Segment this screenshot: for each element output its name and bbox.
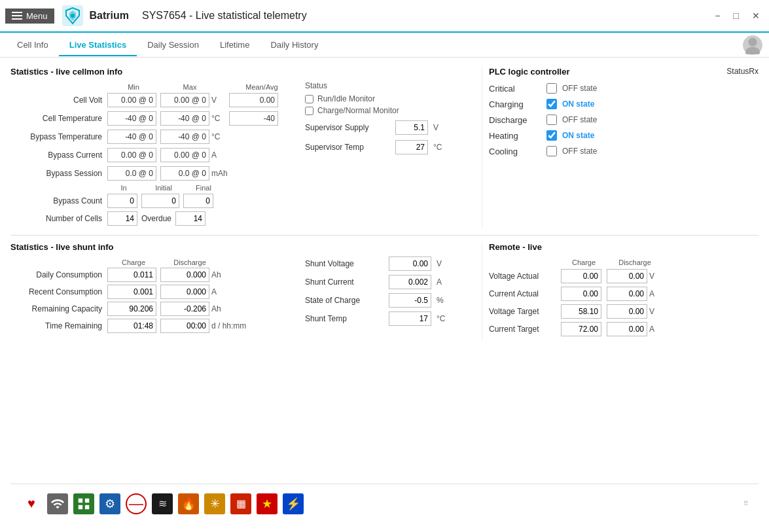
stop-icon[interactable]: —: [126, 493, 147, 514]
recent-consumption-unit: A: [209, 287, 229, 296]
fire-icon[interactable]: 🔥: [178, 493, 199, 514]
current-actual-charge[interactable]: 0.00: [561, 287, 601, 301]
plc-charging-checkbox[interactable]: [546, 99, 557, 109]
bypass-session-min[interactable]: 0.0 @ 0: [107, 166, 156, 181]
bypass-current-min[interactable]: 0.00 @ 0: [107, 148, 156, 162]
tab-lifetime[interactable]: Lifetime: [209, 35, 260, 56]
daily-consumption-discharge[interactable]: 0.000: [160, 268, 209, 282]
brand-name: Batrium: [90, 10, 129, 22]
daily-consumption-charge[interactable]: 0.011: [107, 268, 156, 282]
current-actual-row: Current Actual 0.00 0.00 A: [489, 287, 759, 301]
voltage-target-discharge[interactable]: 0.00: [607, 304, 647, 319]
supervisor-temp-label: Supervisor Temp: [305, 143, 390, 152]
voltage-target-charge[interactable]: 58.10: [561, 304, 601, 319]
plc-critical-checkbox[interactable]: [546, 83, 557, 94]
bypass-session-max[interactable]: 0.0 @ 0: [160, 166, 209, 181]
bypass-count-in[interactable]: 0: [107, 194, 137, 208]
shunt-current-row: Shunt Current 0.002 A: [305, 275, 475, 289]
plc-cooling-row: Cooling OFF state: [489, 146, 759, 156]
state-of-charge-unit: %: [437, 296, 450, 305]
bolt-icon[interactable]: ⚡: [283, 493, 304, 514]
max-header: Max: [164, 83, 216, 91]
voltage-actual-discharge[interactable]: 0.00: [607, 269, 647, 283]
cell-temp-min[interactable]: -40 @ 0: [107, 111, 156, 126]
gear-icon[interactable]: ⚙: [99, 493, 120, 514]
cell-volt-min[interactable]: 0.00 @ 0: [107, 93, 156, 107]
green-box-icon[interactable]: [73, 493, 94, 514]
heart-icon[interactable]: ♥: [21, 493, 42, 514]
plc-charging-state: ON state: [562, 99, 594, 109]
plc-cooling-state: OFF state: [562, 147, 597, 156]
bypass-count-initial[interactable]: 0: [141, 194, 179, 208]
supervisor-supply-row: Supervisor Supply 5.1 V: [305, 120, 475, 135]
current-actual-unit: A: [647, 289, 660, 298]
logo: Batrium: [61, 4, 129, 27]
star-icon[interactable]: ★: [257, 493, 277, 514]
current-target-discharge[interactable]: 0.00: [607, 322, 647, 336]
main-content: Statistics - live cellmon info Min Max M…: [0, 58, 769, 532]
section-divider: [10, 235, 759, 236]
svg-point-3: [745, 46, 760, 54]
app-title: SYS7654 - Live statistical telemetry: [142, 10, 307, 22]
remaining-capacity-charge[interactable]: 90.206: [107, 302, 156, 316]
overdue-value[interactable]: 14: [175, 211, 206, 226]
bypass-count-label: Bypass Count: [10, 196, 107, 205]
shunt-current-value[interactable]: 0.002: [389, 275, 431, 289]
menu-button[interactable]: Menu: [5, 9, 54, 24]
charge-normal-checkbox[interactable]: [305, 107, 313, 115]
heat-icon[interactable]: ≋: [152, 493, 173, 514]
bypass-count-final[interactable]: 0: [183, 194, 213, 208]
run-idle-checkbox[interactable]: [305, 95, 313, 103]
remote-section: Remote - live Charge Discharge Voltage A…: [482, 242, 759, 340]
supervisor-temp-value[interactable]: 27: [395, 140, 428, 154]
recent-consumption-charge[interactable]: 0.001: [107, 285, 156, 299]
cell-temp-max[interactable]: -40 @ 0: [160, 111, 209, 126]
time-remaining-charge[interactable]: 01:48: [107, 319, 156, 333]
tab-daily-history[interactable]: Daily History: [260, 35, 329, 56]
cell-volt-max[interactable]: 0.00 @ 0: [160, 93, 209, 107]
plc-cooling-checkbox[interactable]: [546, 146, 557, 156]
current-target-charge[interactable]: 72.00: [561, 322, 601, 336]
remaining-capacity-discharge[interactable]: -0.206: [160, 302, 209, 316]
cell-volt-row: Cell Volt 0.00 @ 0 0.00 @ 0 V 0.00: [10, 92, 298, 108]
plc-charging-label: Charging: [489, 99, 541, 109]
minimize-button[interactable]: −: [711, 9, 724, 22]
discharge-header: Discharge: [164, 258, 216, 266]
bypass-temp-max[interactable]: -40 @ 0: [160, 130, 209, 144]
plc-charging-row: Charging ON state: [489, 99, 759, 109]
shunt-right-section: Shunt Voltage 0.00 V Shunt Current 0.002…: [298, 242, 482, 340]
current-actual-discharge[interactable]: 0.00: [607, 287, 647, 301]
plc-discharge-checkbox[interactable]: [546, 115, 557, 125]
number-of-cells-value[interactable]: 14: [107, 211, 137, 226]
tab-daily-session[interactable]: Daily Session: [137, 35, 209, 56]
state-of-charge-value[interactable]: -0.5: [389, 293, 431, 308]
close-button[interactable]: ✕: [748, 9, 764, 22]
tab-cell-info[interactable]: Cell Info: [7, 35, 59, 56]
run-idle-label: Run/Idle Monitor: [317, 94, 375, 103]
plc-heating-checkbox[interactable]: [546, 130, 557, 141]
pattern-icon[interactable]: ▦: [230, 493, 251, 514]
plc-heating-state: ON state: [562, 131, 594, 140]
tab-live-statistics[interactable]: Live Statistics: [59, 35, 137, 56]
wifi-icon[interactable]: [47, 493, 68, 514]
shunt-voltage-value[interactable]: 0.00: [389, 257, 431, 271]
maximize-button[interactable]: □: [730, 9, 743, 22]
bypass-count-row: Bypass Count 0 0 0: [10, 193, 298, 209]
status-group: Status Run/Idle Monitor Charge/Normal Mo…: [305, 81, 475, 154]
cell-temp-mean[interactable]: -40: [229, 111, 278, 126]
voltage-actual-unit: V: [647, 272, 660, 281]
supervisor-supply-value[interactable]: 5.1: [395, 120, 428, 135]
svg-rect-5: [85, 498, 89, 502]
supervisor-temp-row: Supervisor Temp 27 °C: [305, 140, 475, 154]
shunt-temp-unit: °C: [437, 314, 450, 323]
shunt-temp-value[interactable]: 17: [389, 311, 431, 326]
voltage-target-row: Voltage Target 58.10 0.00 V: [489, 304, 759, 319]
bypass-current-max[interactable]: 0.00 @ 0: [160, 148, 209, 162]
snowflake-icon[interactable]: ✳: [204, 493, 225, 514]
time-remaining-discharge[interactable]: 00:00: [160, 319, 209, 333]
bypass-temp-min[interactable]: -40 @ 0: [107, 130, 156, 144]
recent-consumption-discharge[interactable]: 0.000: [160, 285, 209, 299]
user-avatar[interactable]: [743, 35, 762, 55]
voltage-actual-charge[interactable]: 0.00: [561, 269, 601, 283]
cell-volt-mean[interactable]: 0.00: [229, 93, 278, 107]
